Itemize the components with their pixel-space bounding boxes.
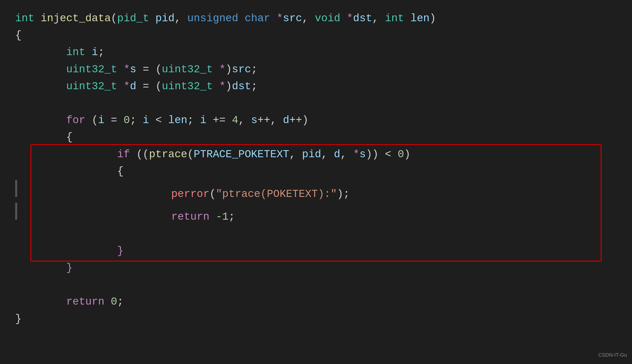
- line-2: {: [15, 27, 617, 44]
- line-17: }: [15, 311, 617, 328]
- code-block: int inject_data ( pid_t pid , unsigned c…: [0, 0, 632, 364]
- watermark: CSDN-IT-Gu: [598, 351, 627, 359]
- line-1: int inject_data ( pid_t pid , unsigned c…: [15, 10, 617, 27]
- line-10: {: [15, 163, 617, 180]
- line-11: perror ( "ptrace(POKETEXT):" );: [15, 180, 617, 203]
- line-4: uint32_t * s = ( uint32_t * ) src ;: [15, 61, 617, 78]
- line-blank-inner: [15, 226, 617, 243]
- line-blank-2: [15, 277, 617, 293]
- line-blank-1: [15, 95, 617, 112]
- line-13: }: [15, 243, 617, 260]
- line-12: return -1 ;: [15, 203, 617, 225]
- vertical-bar-2: [15, 203, 17, 220]
- line-14: }: [15, 260, 617, 277]
- line-3: int i ;: [15, 44, 617, 61]
- highlighted-section: if (( ptrace ( PTRACE_POKETEXT , pid , d…: [15, 146, 617, 260]
- line-16: return 0 ;: [15, 293, 617, 310]
- perror-func: perror: [171, 186, 209, 203]
- line-8: {: [15, 129, 617, 146]
- keyword-int: int: [15, 10, 34, 27]
- line-9: if (( ptrace ( PTRACE_POKETEXT , pid , d…: [15, 146, 617, 163]
- line-5: uint32_t * d = ( uint32_t * ) dst ;: [15, 78, 617, 95]
- function-name: inject_data: [41, 10, 111, 27]
- vertical-bar: [15, 180, 17, 197]
- line-7: for ( i = 0 ; i < len ; i += 4 , s ++, d…: [15, 112, 617, 129]
